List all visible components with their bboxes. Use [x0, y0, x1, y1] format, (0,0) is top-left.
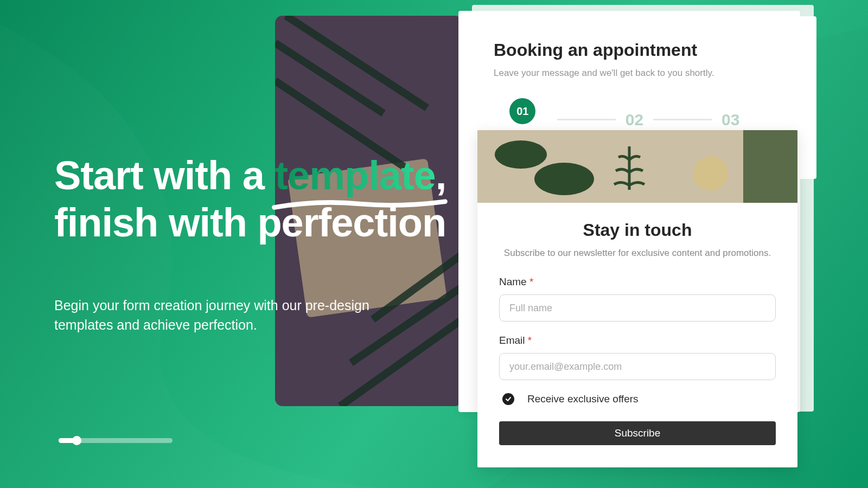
carousel-progress[interactable] — [59, 438, 173, 443]
required-indicator: * — [529, 276, 533, 287]
name-input[interactable] — [499, 294, 776, 322]
svg-point-5 — [693, 156, 728, 191]
hero-subtext: Begin your form creation journey with ou… — [54, 296, 401, 335]
email-label: Email * — [499, 335, 776, 346]
progress-knob[interactable] — [72, 436, 81, 445]
step-connector — [557, 119, 616, 120]
newsletter-title: Stay in touch — [499, 220, 776, 240]
headline-post: , — [436, 153, 446, 198]
required-indicator: * — [528, 335, 532, 346]
email-field-group: Email * — [499, 335, 776, 380]
booking-subtitle: Leave your message and we'll get back to… — [494, 68, 816, 79]
svg-rect-6 — [743, 130, 797, 203]
step-connector — [653, 119, 712, 120]
svg-point-4 — [534, 163, 594, 195]
name-label: Name * — [499, 276, 776, 288]
booking-title: Booking an appointment — [494, 40, 816, 60]
svg-point-3 — [495, 140, 547, 169]
newsletter-card: Stay in touch Subscribe to our newslette… — [477, 130, 797, 467]
newsletter-subtitle: Subscribe to our newsletter for exclusiv… — [499, 248, 776, 259]
email-input[interactable] — [499, 353, 776, 380]
hero-headline: Start with a template , finish with perf… — [54, 152, 477, 247]
underline-swoosh-icon — [271, 197, 448, 215]
subscribe-button[interactable]: Subscribe — [499, 421, 776, 445]
checkmark-icon — [502, 393, 514, 405]
booking-step-3[interactable]: 03 — [717, 111, 744, 129]
headline-highlight: template — [275, 153, 435, 198]
step-1-indicator: 01 — [509, 98, 535, 124]
name-field-group: Name * — [499, 276, 776, 322]
newsletter-hero-image — [477, 130, 797, 203]
headline-pre: Start with a — [54, 153, 275, 198]
booking-step-2[interactable]: 02 — [621, 111, 648, 129]
hero-section: Start with a template , finish with perf… — [54, 152, 477, 335]
offers-checkbox-label: Receive exclusive offers — [527, 393, 639, 405]
offers-checkbox-row[interactable]: Receive exclusive offers — [499, 393, 776, 405]
